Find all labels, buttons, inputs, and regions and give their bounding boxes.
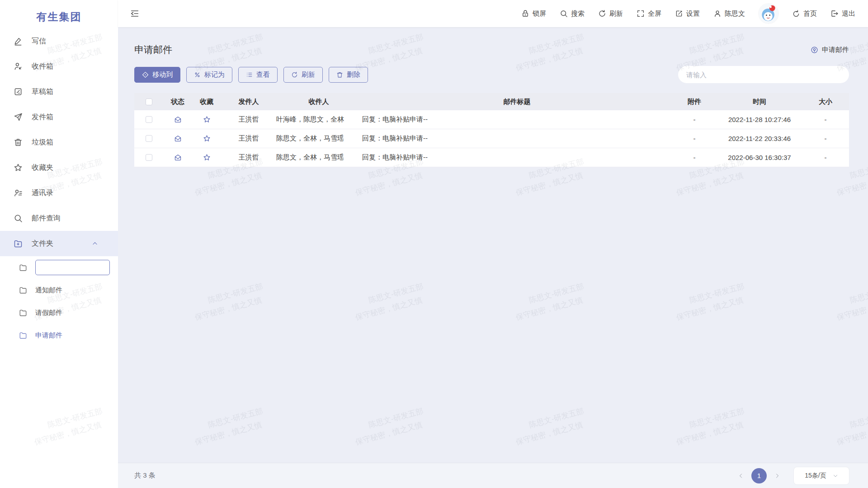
topbar-action-label: 退出 [842,9,855,18]
topbar-action-user[interactable]: 陈思文 [713,9,745,18]
star-icon[interactable] [203,154,211,161]
topbar-action-label: 设置 [686,9,700,18]
topbar-action-label: 首页 [803,9,817,18]
view-button[interactable]: 查看 [238,67,278,83]
sidebar-item-mail-search[interactable]: 邮件查询 [0,206,118,231]
prev-page-button[interactable] [735,470,747,482]
select-all-cell [134,99,163,105]
row-attachment-cell: - [672,135,717,142]
mail-row[interactable]: 王洪哲陈思文，全林，马雪瑶回复：电脑补贴申请---2022-11-22 20:3… [134,129,849,148]
row-sender-cell: 王洪哲 [221,134,276,143]
page-title: 申请邮件 [134,43,172,56]
sidebar-section-folders[interactable]: 文件夹 [0,231,118,256]
sidebar-item-trash[interactable]: 垃圾箱 [0,130,118,155]
sidebar-item-inbox[interactable]: 收件箱 [0,54,118,79]
header-attachment-label: 附件 [688,98,701,106]
topbar-action-label: 锁屏 [533,9,546,18]
row-favorite-cell [192,135,221,142]
user-avatar[interactable] [759,4,778,23]
row-subject-cell: 回复：电脑补贴申请-- [361,134,672,143]
row-recipients-cell: 叶海峰，陈思文，全林 [276,115,361,124]
topbar-action-logout[interactable]: 退出 [830,9,855,18]
topbar-action-search[interactable]: 搜索 [560,9,585,18]
topbar-action-settings[interactable]: 设置 [675,9,700,18]
toolbar-button-label: 移动到 [152,70,173,79]
logout-icon [830,9,839,18]
mail-row[interactable]: 王洪哲陈思文，全林，马雪瑶回复：电脑补贴申请---2022-06-30 16:3… [134,148,849,167]
select-all-checkbox[interactable] [146,99,152,105]
sidebar-item-sent[interactable]: 发件箱 [0,104,118,130]
toolbar-button-label: 标记为 [204,70,225,79]
next-page-button[interactable] [771,470,783,482]
topbar-action-home[interactable]: 首页 [792,9,817,18]
mail-open-icon [174,135,182,142]
sidebar-item-label: 收件箱 [32,62,53,71]
folder-icon [19,286,27,294]
row-subject-value: 回复：电脑补贴申请-- [362,115,428,124]
refresh-icon [598,9,606,18]
row-checkbox[interactable] [146,135,152,142]
row-size-value: - [825,135,827,142]
header-attachment: 附件 [672,98,717,106]
page-size-select[interactable]: 15条/页 [794,467,849,484]
row-time-cell: 2022-11-28 10:27:46 [717,116,802,123]
folder-icon [19,331,27,339]
header-size: 大小 [802,98,849,106]
mail-row[interactable]: 王洪哲叶海峰，陈思文，全林回复：电脑补贴申请---2022-11-28 10:2… [134,110,849,129]
sidebar-item-label: 发件箱 [32,113,53,122]
sidebar-nav: 写信收件箱草稿箱发件箱垃圾箱收藏夹通讯录邮件查询 [0,28,118,231]
row-checkbox[interactable] [146,154,152,161]
home-icon [792,9,800,18]
topbar-action-lock[interactable]: 锁屏 [521,9,546,18]
folder-item-label: 通知邮件 [35,286,62,295]
row-subject-cell: 回复：电脑补贴申请-- [361,115,672,124]
sidebar-item-contacts[interactable]: 通讯录 [0,180,118,206]
folder-item[interactable]: 通知邮件 [0,279,118,301]
topbar-action-fullscreen[interactable]: 全屏 [637,9,661,18]
sidebar-item-drafts[interactable]: 草稿箱 [0,79,118,104]
main-content: 申请邮件 申请邮件 移动到标记为查看刷新删除 状态收藏发件人收件人邮件标题附件时… [118,27,868,488]
row-size-cell: - [802,116,849,123]
folder-item[interactable]: 请假邮件 [0,301,118,324]
breadcrumb: 申请邮件 [811,46,849,54]
sidebar-collapse-icon[interactable] [130,9,140,19]
delete-button[interactable]: 删除 [329,67,368,83]
topbar-action-refresh[interactable]: 刷新 [598,9,623,18]
contacts-icon [14,188,23,197]
star-icon[interactable] [203,135,211,142]
row-size-value: - [825,154,827,161]
toolbar-button-label: 删除 [347,70,360,79]
row-time-value: 2022-06-30 16:30:37 [728,154,791,161]
star-icon[interactable] [203,116,211,123]
mark-button[interactable]: 标记为 [186,67,232,83]
total-count: 共 3 条 [134,471,156,480]
sidebar-item-label: 垃圾箱 [32,138,53,147]
row-attachment-value: - [693,116,696,123]
row-sender-cell: 王洪哲 [221,115,276,124]
search-input[interactable] [678,66,849,83]
trash-icon [14,138,23,147]
row-attachment-cell: - [672,154,717,161]
refresh-button[interactable]: 刷新 [283,67,323,83]
folder-item-label: 请假邮件 [35,309,62,317]
mark-icon [194,71,201,78]
folder-item-new[interactable] [0,256,118,279]
header-time-label: 时间 [753,98,766,106]
mail-table: 状态收藏发件人收件人邮件标题附件时间大小王洪哲叶海峰，陈思文，全林回复：电脑补贴… [134,93,849,167]
topbar-action-label: 刷新 [609,9,623,18]
row-time-cell: 2022-11-22 20:33:46 [717,135,802,142]
row-checkbox[interactable] [146,116,152,123]
sidebar-item-compose[interactable]: 写信 [0,28,118,54]
lock-icon [521,9,529,18]
toolbar: 移动到标记为查看刷新删除 [134,66,849,83]
move-button[interactable]: 移动到 [134,67,180,83]
row-select-cell [134,154,163,161]
new-folder-input[interactable] [35,260,110,275]
page-number-button[interactable]: 1 [751,468,767,483]
header-recipients: 收件人 [276,98,361,106]
folder-item[interactable]: 申请邮件 [0,324,118,347]
sidebar-item-favorites[interactable]: 收藏夹 [0,155,118,180]
row-time-value: 2022-11-22 20:33:46 [728,135,791,142]
settings-icon [675,9,683,18]
chevron-down-icon [833,473,838,479]
